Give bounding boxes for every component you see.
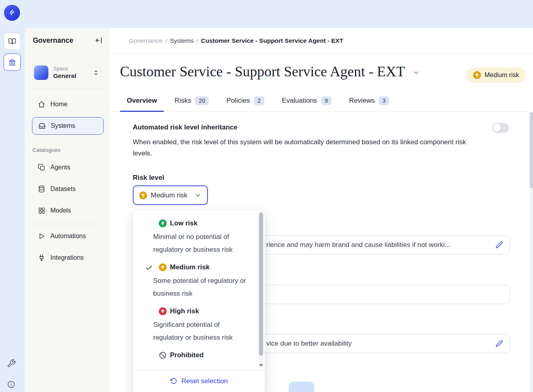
prohibited-icon (159, 351, 167, 359)
tab-risks[interactable]: Risks 20 (175, 90, 209, 111)
tab-count-badge: 20 (195, 96, 209, 105)
risk-option-low[interactable]: Low risk Minimal or no potential of regu… (133, 217, 265, 256)
tab-count-badge: 2 (254, 96, 264, 105)
admin-tools-button[interactable] (7, 359, 16, 368)
library-nav-button[interactable] (4, 33, 21, 50)
sidebar-item-label: Systems (51, 122, 75, 129)
option-label: High risk (170, 307, 199, 315)
tab-label: Evaluations (282, 97, 317, 105)
reset-icon (170, 377, 178, 385)
info-icon (7, 380, 16, 389)
chevron-down-icon (194, 192, 202, 199)
collapse-sidebar-button[interactable] (94, 36, 103, 45)
space-label: Space (53, 66, 68, 72)
tab-count-badge: 9 (321, 96, 331, 105)
risk-option-medium[interactable]: Medium risk Some potential of regulatory… (133, 261, 265, 300)
page-title: Customer Service - Support Service Agent… (120, 63, 405, 80)
risk-level-select[interactable]: Medium risk (133, 185, 208, 205)
chevrons-up-down-icon (92, 69, 100, 77)
reset-selection-button[interactable]: Reset selection (133, 370, 265, 392)
option-description: Minimal or no potential of regulatory or… (153, 231, 251, 256)
partial-hidden-chip (289, 382, 314, 392)
medium-risk-icon (473, 71, 481, 79)
tab-evaluations[interactable]: Evaluations 9 (282, 90, 331, 111)
app-logo[interactable] (4, 5, 20, 21)
breadcrumb-section[interactable]: Systems (170, 37, 194, 44)
main-scrollbar-thumb[interactable] (530, 112, 533, 188)
breadcrumb-root[interactable]: Governance (129, 37, 162, 44)
sidebar-item-automations[interactable]: Automations (32, 227, 104, 245)
sidebar-title: Governance (33, 36, 73, 45)
low-risk-icon (159, 219, 167, 227)
bank-icon (8, 58, 16, 66)
sidebar-item-label: Automations (50, 233, 86, 240)
option-description: Some potential of regulatory or business… (153, 275, 251, 300)
high-risk-icon (159, 307, 167, 315)
medium-risk-icon (159, 263, 167, 271)
sidebar-item-integrations[interactable]: Integrations (32, 249, 104, 267)
option-label: Prohibited (170, 351, 204, 359)
book-open-icon (8, 37, 16, 46)
breadcrumb-separator: / (165, 37, 167, 44)
sidebar-divider (32, 224, 103, 224)
agents-icon (38, 163, 46, 171)
inheritance-section-title: Automated risk level inheritance (133, 123, 238, 131)
scroll-down-arrow-icon[interactable] (259, 364, 263, 367)
sidebar-item-home[interactable]: Home (32, 96, 104, 113)
selected-check-icon (145, 264, 156, 271)
option-label: Medium risk (170, 263, 210, 271)
space-selector[interactable]: Space General (29, 60, 106, 86)
app-rail (0, 0, 25, 392)
breadcrumb-separator: / (196, 37, 198, 44)
sidebar-item-label: Home (50, 101, 68, 108)
risk-badge-label: Medium risk (485, 72, 519, 79)
main-panel: Governance / Systems / Customer Service … (110, 28, 533, 392)
models-grid-icon (38, 207, 46, 215)
sidebar-item-label: Datasets (50, 185, 76, 193)
edit-pencil-icon[interactable] (495, 241, 504, 249)
sidebar-item-agents[interactable]: Agents (32, 159, 104, 176)
app-screen: Governance Space General (0, 0, 533, 392)
risk-level-label: Risk level (133, 174, 164, 182)
toggle-knob (493, 124, 501, 132)
info-button[interactable] (7, 380, 16, 389)
breadcrumb-current: Customer Service - Support Service Agent… (201, 37, 343, 44)
risk-option-prohibited[interactable]: Prohibited (133, 349, 265, 361)
main-scrollbar[interactable] (530, 112, 533, 392)
sidebar: Governance Space General (25, 28, 110, 392)
sidebar-item-datasets[interactable]: Datasets (32, 180, 104, 198)
tab-overview[interactable]: Overview (127, 90, 157, 111)
space-avatar (34, 66, 48, 80)
tab-policies[interactable]: Policies 2 (226, 90, 264, 111)
tab-label: Risks (175, 97, 192, 105)
inheritance-toggle[interactable] (492, 123, 509, 133)
plug-icon (38, 254, 46, 262)
menu-scrollbar[interactable] (259, 212, 264, 368)
sidebar-item-label: Agents (50, 164, 70, 171)
menu-scrollbar-thumb[interactable] (259, 213, 263, 356)
header-risk-badge[interactable]: Medium risk (466, 68, 526, 83)
sidebar-item-systems[interactable]: Systems (32, 117, 104, 135)
tab-label: Reviews (349, 97, 375, 105)
tab-reviews[interactable]: Reviews 3 (349, 90, 389, 111)
database-icon (38, 185, 46, 193)
risk-option-high[interactable]: High risk Significant potential of regul… (133, 305, 265, 344)
sidebar-item-models[interactable]: Models (32, 202, 104, 219)
option-label: Low risk (170, 219, 198, 227)
sidebar-divider (32, 89, 103, 89)
selected-risk-label: Medium risk (151, 191, 191, 199)
tab-bar: Overview Risks 20 Policies 2 Evaluations… (110, 90, 530, 112)
tab-label: Overview (127, 97, 157, 105)
home-icon (38, 100, 46, 108)
tab-count-badge: 3 (379, 96, 389, 105)
page-title-row: Customer Service - Support Service Agent… (120, 63, 420, 80)
governance-nav-button[interactable] (4, 54, 21, 71)
collapse-left-icon (94, 36, 103, 45)
tools-icon (7, 359, 16, 368)
sidebar-item-label: Models (50, 207, 71, 214)
title-chevron-down-icon[interactable] (412, 66, 420, 77)
play-icon (38, 232, 46, 240)
edit-pencil-icon[interactable] (495, 339, 504, 348)
risk-level-dropdown-menu: Low risk Minimal or no potential of regu… (133, 210, 265, 392)
sidebar-item-label: Integrations (50, 254, 84, 261)
